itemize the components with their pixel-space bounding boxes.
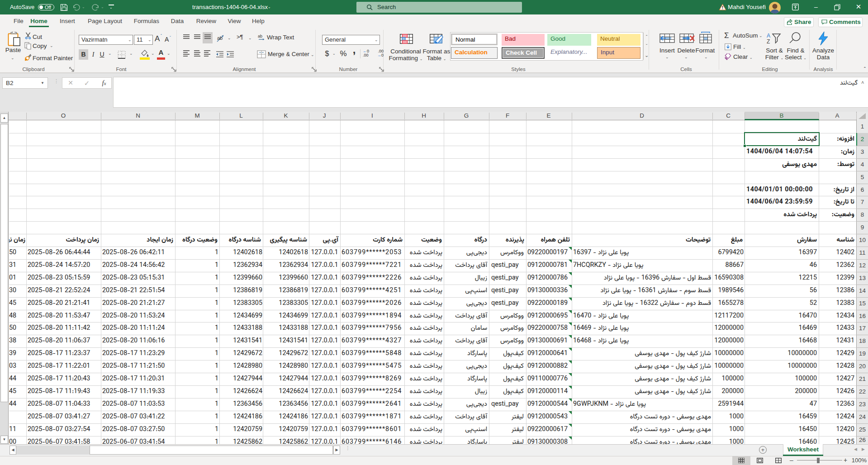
svg-text:ab: ab	[258, 34, 262, 38]
svg-text:ab: ab	[217, 35, 223, 41]
svg-text:A: A	[767, 33, 770, 39]
svg-text:Z: Z	[767, 38, 770, 44]
